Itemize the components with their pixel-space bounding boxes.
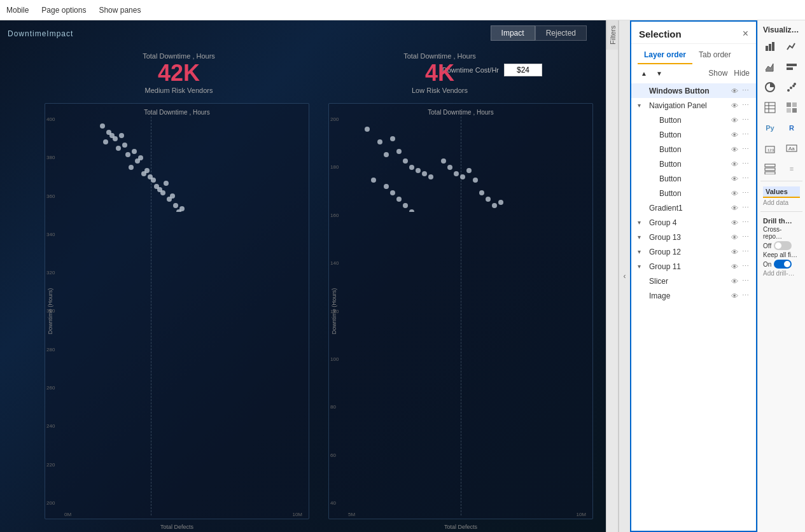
layer-eye-btn4[interactable]: 👁 <box>731 160 739 169</box>
layer-more-windows[interactable]: ⋯ <box>741 86 750 95</box>
viz-icon-matrix[interactable] <box>782 98 801 117</box>
cross-toggle-knob <box>775 242 781 249</box>
layer-more-btn6[interactable]: ⋯ <box>741 188 750 198</box>
layer-eye-gradient[interactable]: 👁 <box>731 204 739 213</box>
layer-eye-group11[interactable]: 👁 <box>731 262 739 271</box>
layer-item-group4[interactable]: ▾ Group 4 👁⋯ <box>631 215 756 230</box>
viz-icon-column[interactable] <box>782 57 801 76</box>
layer-item-navigation-panel[interactable]: ▾ Navigation Panel 👁 ⋯ <box>631 98 756 113</box>
layer-item-group11[interactable]: ▾ Group 11 👁⋯ <box>631 259 756 274</box>
layer-item-gradient1[interactable]: Gradient1 👁⋯ <box>631 200 756 215</box>
viz-icon-scatter[interactable] <box>782 78 801 97</box>
show-panes-btn[interactable]: Show panes <box>99 6 141 15</box>
layer-eye-nav[interactable]: 👁 <box>731 101 739 110</box>
layer-eye-windows[interactable]: 👁 <box>731 87 739 95</box>
layer-more-image[interactable]: ⋯ <box>741 291 750 300</box>
dashboard-tabs: Impact Rejected <box>491 25 587 41</box>
layer-expand-group13[interactable]: ▾ <box>638 234 648 241</box>
layer-more-slicer[interactable]: ⋯ <box>741 276 750 286</box>
cross-toggle-row: Off <box>763 241 800 250</box>
svg-point-95 <box>787 89 790 92</box>
values-title: Values <box>763 186 800 198</box>
viz-icon-kpi[interactable]: 123 <box>760 139 780 158</box>
layer-more-btn4[interactable]: ⋯ <box>741 159 750 169</box>
layer-name-group13: Group 13 <box>649 233 729 242</box>
layer-item-button-1[interactable]: Button 👁⋯ <box>631 113 756 127</box>
filters-label[interactable]: Filters <box>606 20 618 50</box>
layer-eye-btn2[interactable]: 👁 <box>731 130 739 139</box>
panel-header: Selection × <box>631 22 756 44</box>
layer-eye-btn1[interactable]: 👁 <box>731 116 739 125</box>
layer-item-button-2[interactable]: Button 👁⋯ <box>631 127 756 142</box>
layer-eye-btn3[interactable]: 👁 <box>731 145 739 154</box>
layer-eye-btn5[interactable]: 👁 <box>731 174 739 183</box>
viz-icon-py[interactable]: Py <box>760 118 780 137</box>
layer-expand-group11[interactable]: ▾ <box>638 263 648 270</box>
layer-eye-btn6[interactable]: 👁 <box>731 189 739 198</box>
arrow-down-btn[interactable]: ▼ <box>653 67 666 80</box>
viz-icon-area[interactable] <box>760 57 780 76</box>
layer-item-button-3[interactable]: Button 👁⋯ <box>631 142 756 157</box>
svg-rect-105 <box>787 108 791 113</box>
svg-point-6 <box>116 146 121 151</box>
add-data-label[interactable]: Add data <box>763 199 800 206</box>
layer-more-group4[interactable]: ⋯ <box>741 218 750 227</box>
viz-icon-bar[interactable] <box>760 37 780 56</box>
viz-icon-qna[interactable]: ≡ <box>782 159 801 178</box>
layer-more-group13[interactable]: ⋯ <box>741 232 750 242</box>
svg-point-63 <box>416 168 421 173</box>
layer-expand-group4[interactable]: ▾ <box>638 219 648 226</box>
layer-more-group12[interactable]: ⋯ <box>741 247 750 256</box>
viz-icon-r[interactable]: R <box>782 118 801 137</box>
layer-item-button-6[interactable]: Button 👁⋯ <box>631 186 756 200</box>
keep-toggle[interactable] <box>774 260 792 269</box>
layer-item-windows-button[interactable]: Windows Button 👁 ⋯ <box>631 83 756 98</box>
svg-point-0 <box>100 123 105 129</box>
layer-item-slicer[interactable]: Slicer 👁⋯ <box>631 274 756 288</box>
layer-more-btn5[interactable]: ⋯ <box>741 174 750 183</box>
viz-icon-line[interactable] <box>782 37 801 56</box>
layer-more-btn2[interactable]: ⋯ <box>741 130 750 139</box>
layer-more-btn3[interactable]: ⋯ <box>741 144 750 154</box>
viz-icon-pie[interactable] <box>760 78 780 97</box>
tab-tab-order[interactable]: Tab order <box>692 48 738 64</box>
layer-item-image[interactable]: Image 👁⋯ <box>631 288 756 303</box>
layer-item-button-4[interactable]: Button 👁⋯ <box>631 157 756 171</box>
side-collapse-btn[interactable]: ‹ <box>619 20 630 532</box>
layer-expand-group12[interactable]: ▾ <box>638 248 648 255</box>
viz-title: Visualiz… <box>760 23 802 37</box>
tab-impact[interactable]: Impact <box>491 25 535 41</box>
layer-eye-group13[interactable]: 👁 <box>731 233 739 242</box>
page-options-btn[interactable]: Page options <box>41 6 86 15</box>
viz-icon-multi-row[interactable] <box>760 159 780 178</box>
svg-point-70 <box>403 203 408 208</box>
svg-point-81 <box>492 203 497 208</box>
viz-icon-card[interactable]: Aa <box>782 139 801 158</box>
arrow-up-btn[interactable]: ▲ <box>638 67 650 80</box>
tab-layer-order[interactable]: Layer order <box>638 48 692 64</box>
viz-icon-table[interactable] <box>760 98 780 117</box>
svg-point-58 <box>390 136 395 141</box>
layer-item-group13[interactable]: ▾ Group 13 👁⋯ <box>631 230 756 244</box>
layer-expand-nav[interactable]: ▾ <box>638 102 648 109</box>
show-btn[interactable]: Show <box>708 69 727 78</box>
layer-more-group11[interactable]: ⋯ <box>741 262 750 271</box>
layer-more-gradient[interactable]: ⋯ <box>741 203 750 213</box>
layer-eye-group12[interactable]: 👁 <box>731 248 739 256</box>
cross-toggle[interactable] <box>774 241 792 250</box>
panel-close-button[interactable]: × <box>743 28 748 39</box>
add-drill-label[interactable]: Add drill-… <box>763 270 800 277</box>
layer-eye-slicer[interactable]: 👁 <box>731 277 739 286</box>
layer-eye-group4[interactable]: 👁 <box>731 218 739 227</box>
layer-more-btn1[interactable]: ⋯ <box>741 115 750 125</box>
svg-point-8 <box>125 152 130 157</box>
layer-eye-image[interactable]: 👁 <box>731 291 739 300</box>
layer-item-group12[interactable]: ▾ Group 12 👁⋯ <box>631 244 756 259</box>
layer-item-button-5[interactable]: Button 👁⋯ <box>631 171 756 186</box>
layer-more-nav[interactable]: ⋯ <box>741 101 750 110</box>
svg-point-66 <box>371 178 376 183</box>
mobile-btn[interactable]: Mobile <box>6 6 29 15</box>
tab-rejected[interactable]: Rejected <box>535 25 587 41</box>
hide-btn[interactable]: Hide <box>734 69 750 78</box>
viz-separator-2 <box>760 211 802 212</box>
